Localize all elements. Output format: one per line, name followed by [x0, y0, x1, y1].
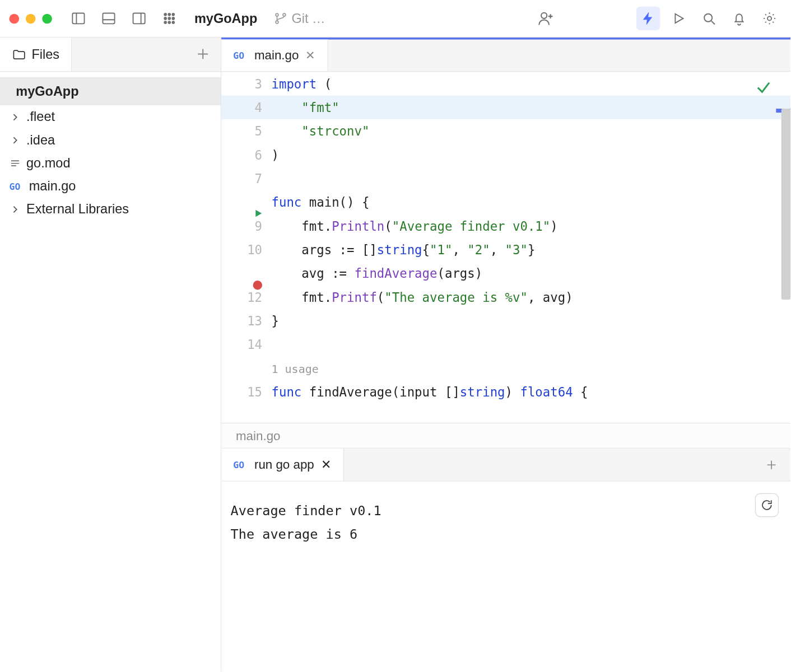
editor-tab-main-go[interactable]: GO main.go ✕ — [221, 40, 328, 71]
svg-point-10 — [168, 17, 170, 20]
gutter[interactable]: 14 — [221, 337, 271, 352]
run-output[interactable]: Average finder v0.1The average is 6 — [221, 482, 790, 672]
maximize-window-dot[interactable] — [42, 13, 52, 24]
svg-point-24 — [767, 16, 771, 20]
code-line[interactable]: 9 fmt.Println("Average finder v0.1") — [221, 214, 790, 237]
panel-bottom-icon[interactable] — [97, 7, 120, 30]
svg-point-7 — [168, 13, 170, 16]
svg-rect-2 — [103, 13, 114, 24]
minimize-window-dot[interactable] — [26, 13, 36, 24]
tree-item[interactable]: .idea — [0, 128, 221, 151]
svg-point-6 — [164, 13, 166, 16]
close-tab-icon[interactable]: ✕ — [305, 48, 315, 63]
git-branch-button[interactable]: Git … — [273, 11, 325, 26]
run-add-tab-icon[interactable] — [764, 458, 779, 472]
gutter[interactable]: 9 — [221, 218, 271, 233]
tree-item-label: .idea — [26, 132, 55, 147]
go-file-icon: GO — [233, 459, 248, 470]
svg-point-17 — [283, 13, 286, 16]
tree-item[interactable]: .fleet — [0, 105, 221, 128]
run-panel: GO run go app ✕ Average finder v0.1The a… — [221, 448, 790, 672]
gutter[interactable]: 13 — [221, 314, 271, 328]
code-line[interactable]: 14 — [221, 333, 790, 356]
code-line[interactable]: 10 args := []string{"1", "2", "3"} — [221, 238, 790, 262]
panel-right-icon[interactable] — [127, 7, 151, 30]
code-line[interactable]: avg := findAverage(args) — [221, 262, 790, 285]
code-line[interactable]: func main() { — [221, 190, 790, 214]
panel-left-icon[interactable] — [67, 7, 90, 30]
svg-point-8 — [172, 13, 174, 16]
svg-point-22 — [704, 14, 712, 22]
chevron-right-icon — [9, 111, 21, 123]
inspection-ok-icon[interactable] — [755, 78, 773, 96]
notifications-icon[interactable] — [727, 7, 751, 30]
code-line[interactable]: 6) — [221, 143, 790, 166]
gutter[interactable]: 5 — [221, 124, 271, 138]
close-window-dot[interactable] — [9, 13, 19, 24]
project-name[interactable]: myGoApp — [194, 11, 257, 26]
gutter[interactable]: 10 — [221, 242, 271, 257]
sidebar-tab-files[interactable]: Files — [0, 38, 72, 71]
editor-tabstrip: GO main.go ✕ — [221, 38, 790, 72]
run-gutter-icon[interactable] — [253, 208, 264, 219]
tree-item[interactable]: GOmain.go — [0, 175, 221, 198]
output-line: Average finder v0.1 — [231, 498, 781, 522]
tree-item[interactable]: External Libraries — [0, 198, 221, 221]
output-line: The average is 6 — [231, 522, 781, 546]
svg-point-16 — [276, 21, 278, 24]
gutter[interactable]: 4 — [221, 100, 271, 115]
svg-marker-21 — [675, 14, 683, 23]
code-line[interactable]: 4 "fmt" — [221, 96, 790, 119]
chevron-right-icon — [9, 203, 21, 215]
svg-point-11 — [172, 17, 174, 20]
sidebar-add-tab-icon[interactable] — [194, 45, 212, 63]
search-icon[interactable] — [697, 7, 720, 30]
svg-line-23 — [711, 21, 715, 25]
toolbar: myGoApp Git … — [0, 0, 790, 38]
code-line[interactable]: 5 "strconv" — [221, 119, 790, 143]
window-controls — [9, 13, 52, 24]
run-tab[interactable]: GO run go app ✕ — [221, 449, 344, 481]
breakpoint-icon[interactable] — [253, 281, 262, 290]
add-collaborator-icon[interactable] — [534, 7, 557, 30]
run-tabstrip: GO run go app ✕ — [221, 449, 790, 482]
gutter[interactable]: 12 — [221, 290, 271, 304]
apps-grid-icon[interactable] — [157, 7, 181, 30]
code-line[interactable]: 12 fmt.Printf("The average is %v", avg) — [221, 285, 790, 309]
smart-mode-icon[interactable] — [636, 7, 660, 30]
code-line[interactable]: 1 usage — [221, 356, 790, 380]
tree-item-label: External Libraries — [26, 202, 129, 217]
close-tab-icon[interactable]: ✕ — [321, 457, 332, 472]
svg-point-13 — [168, 21, 170, 24]
git-label: Git … — [291, 11, 325, 26]
code-line[interactable]: 3import ( — [221, 72, 790, 95]
svg-rect-4 — [133, 13, 145, 24]
tree-project-root[interactable]: myGoApp — [0, 77, 221, 106]
go-file-icon: GO — [233, 50, 248, 60]
sidebar: Files myGoApp .fleet.ideago.modGOmain.go… — [0, 38, 221, 671]
svg-point-15 — [276, 13, 278, 16]
editor-tab-label: main.go — [254, 48, 299, 63]
code-editor[interactable]: 3import (4 "fmt"5 "strconv"6)7func main(… — [221, 72, 790, 423]
svg-marker-30 — [255, 210, 262, 217]
code-line[interactable]: 13} — [221, 309, 790, 333]
tree-item[interactable]: go.mod — [0, 151, 221, 174]
rerun-button[interactable] — [755, 493, 779, 517]
code-line[interactable]: 7 — [221, 167, 790, 190]
tree-item-label: main.go — [29, 179, 76, 194]
tree-item-label: go.mod — [26, 156, 70, 171]
chevron-right-icon — [9, 134, 21, 146]
settings-icon[interactable] — [757, 7, 781, 30]
gutter[interactable]: 3 — [221, 76, 271, 91]
refresh-icon — [760, 498, 774, 512]
file-lines-icon — [9, 157, 21, 169]
breadcrumb[interactable]: main.go — [221, 423, 790, 448]
gutter[interactable]: 15 — [221, 385, 271, 399]
gutter[interactable]: 6 — [221, 147, 271, 162]
svg-point-18 — [541, 13, 547, 18]
run-icon[interactable] — [667, 7, 690, 30]
code-line[interactable]: 15func findAverage(input []string) float… — [221, 380, 790, 404]
gutter[interactable]: 7 — [221, 171, 271, 186]
scrollbar-thumb[interactable] — [781, 109, 790, 300]
svg-point-9 — [164, 17, 166, 20]
